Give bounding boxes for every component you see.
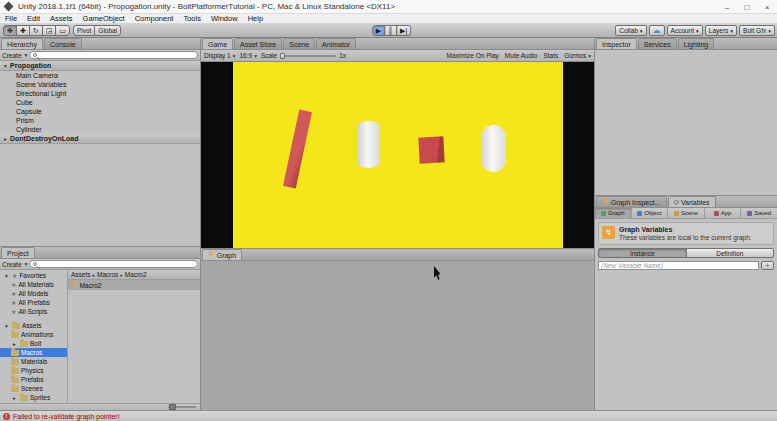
definition-tab[interactable]: Definition [686, 248, 775, 258]
tab-lighting[interactable]: Lighting [678, 38, 715, 49]
folder-animations[interactable]: Animations [0, 330, 67, 339]
folder-sprites[interactable]: ▸Sprites [0, 393, 67, 402]
tab-hierarchy[interactable]: Hierarchy [1, 38, 43, 49]
scope-tab-scene[interactable]: Scene [668, 208, 705, 218]
hierarchy-item-scene-variables[interactable]: Scene Variables [0, 80, 200, 89]
breadcrumb-macros[interactable]: Macros [97, 271, 118, 278]
foldout-closed-icon[interactable]: ▸ [2, 136, 9, 142]
maximize-on-play-toggle[interactable]: Maximize On Play [446, 52, 498, 59]
breadcrumb-assets[interactable]: Assets [71, 271, 91, 278]
maximize-button[interactable]: □ [737, 0, 757, 14]
display-dropdown[interactable]: Display 1▾ [204, 52, 236, 59]
step-button[interactable]: ▶| [396, 25, 411, 36]
folder-scenes[interactable]: Scenes [0, 384, 67, 393]
asset-size-slider[interactable] [168, 406, 196, 408]
assets-root-folder[interactable]: ▾ Assets [0, 321, 67, 330]
collab-button[interactable]: Collab▾ [615, 25, 646, 36]
scope-tab-app[interactable]: App [705, 208, 742, 218]
tab-console[interactable]: Console [44, 38, 82, 49]
menu-edit[interactable]: Edit [22, 14, 45, 24]
instance-tab[interactable]: Instance [598, 248, 687, 258]
scale-icon: ◲ [46, 27, 53, 34]
foldout-open-icon[interactable]: ▾ [3, 273, 10, 279]
create-dropdown[interactable]: Create▾ [2, 52, 27, 59]
scale-slider[interactable] [280, 55, 336, 57]
menu-help[interactable]: Help [243, 14, 268, 24]
aspect-dropdown[interactable]: 16:9▾ [240, 52, 257, 59]
menu-window[interactable]: Window [206, 14, 243, 24]
tab-asset-store[interactable]: Asset Store [234, 38, 282, 49]
hierarchy-search-input[interactable] [39, 52, 194, 59]
project-bottom-bar [0, 403, 200, 410]
gizmos-dropdown[interactable]: Gizmos▾ [564, 52, 591, 59]
move-tool-button[interactable]: ✚ [16, 25, 30, 36]
menu-assets[interactable]: Assets [45, 14, 78, 24]
rect-tool-button[interactable]: ▭ [55, 25, 70, 36]
hierarchy-item-main-camera[interactable]: Main Camera [0, 71, 200, 80]
tab-variables[interactable]: ◇ Variables [668, 196, 716, 207]
scene-header-dontdestroyonload[interactable]: ▸ DontDestroyOnLoad [0, 134, 200, 144]
menu-gameobject[interactable]: GameObject [78, 14, 130, 24]
add-variable-button[interactable]: + [761, 261, 774, 270]
tab-game[interactable]: Game [202, 38, 233, 49]
minimize-button[interactable]: – [717, 0, 737, 14]
menu-tools[interactable]: Tools [178, 14, 206, 24]
game-controls-bar: Display 1▾ 16:9▾ Scale 1x Maximize On Pl… [201, 50, 594, 62]
status-bar[interactable]: ! Failed to re-validate graph pointer! [0, 410, 777, 421]
scale-slider-thumb[interactable] [280, 53, 285, 59]
favorite-all-models[interactable]: ★All Models [0, 289, 67, 298]
global-toggle-button[interactable]: Global [94, 25, 121, 36]
tab-project[interactable]: Project [1, 247, 35, 258]
foldout-closed-icon[interactable]: ▸ [11, 395, 18, 401]
tab-scene[interactable]: Scene [283, 38, 315, 49]
chevron-down-icon: ▾ [696, 28, 699, 34]
pivot-toggle-button[interactable]: Pivot [73, 25, 95, 36]
account-dropdown[interactable]: Account▾ [667, 25, 703, 36]
scene-header-propogation[interactable]: ▾ Propogation [0, 61, 200, 71]
menu-component[interactable]: Component [130, 14, 179, 24]
hierarchy-item-prism[interactable]: Prism [0, 116, 200, 125]
tab-inspector[interactable]: Inspector [596, 38, 637, 49]
foldout-open-icon[interactable]: ▾ [2, 63, 9, 69]
scale-tool-button[interactable]: ◲ [42, 25, 57, 36]
hierarchy-item-cylinder[interactable]: Cylinder [0, 125, 200, 134]
folder-materials[interactable]: Materials [0, 357, 67, 366]
tab-graph-inspector[interactable]: ↯ Graph Inspect... [596, 196, 667, 207]
favorite-all-prefabs[interactable]: ★All Prefabs [0, 298, 67, 307]
project-search-input[interactable] [39, 261, 194, 268]
folder-prefabs[interactable]: Prefabs [0, 375, 67, 384]
mute-audio-toggle[interactable]: Mute Audio [505, 52, 538, 59]
hierarchy-item-cube[interactable]: Cube [0, 98, 200, 107]
menu-file[interactable]: File [0, 14, 22, 24]
favorite-all-scripts[interactable]: ★All Scripts [0, 307, 67, 316]
tab-animator[interactable]: Animator [316, 38, 356, 49]
favorites-header[interactable]: ▾ ★ Favorites [0, 271, 67, 280]
tab-graph[interactable]: ↯ Graph [202, 249, 242, 260]
rotate-tool-button[interactable]: ↻ [29, 25, 43, 36]
play-button[interactable]: ▶ [372, 25, 385, 36]
hierarchy-item-directional-light[interactable]: Directional Light [0, 89, 200, 98]
close-button[interactable]: × [757, 0, 777, 14]
layout-dropdown[interactable]: Bolt Gfx▾ [739, 25, 775, 36]
layers-dropdown[interactable]: Layers▾ [705, 25, 737, 36]
folder-macros[interactable]: Macros [0, 348, 67, 357]
stats-toggle[interactable]: Stats [543, 52, 558, 59]
breadcrumb-macro2[interactable]: Macro2 [125, 271, 147, 278]
graph-canvas[interactable] [201, 261, 594, 410]
asset-item-macro2[interactable]: ↯ Macro2 [68, 280, 200, 290]
scope-tab-graph[interactable]: Graph [595, 208, 632, 218]
foldout-open-icon[interactable]: ▾ [3, 323, 10, 329]
new-variable-input[interactable] [598, 261, 759, 270]
project-create-dropdown[interactable]: Create▾ [2, 261, 27, 268]
scope-tab-saved[interactable]: Saved [741, 208, 777, 218]
folder-physics[interactable]: Physics [0, 366, 67, 375]
hierarchy-item-capsule[interactable]: Capsule [0, 107, 200, 116]
hand-tool-button[interactable]: ✥ [3, 25, 17, 36]
foldout-closed-icon[interactable]: ▸ [11, 341, 18, 347]
folder-bolt[interactable]: ▸Bolt [0, 339, 67, 348]
tab-services[interactable]: Services [638, 38, 677, 49]
star-icon: ★ [11, 299, 16, 306]
scope-tab-object[interactable]: Object [632, 208, 669, 218]
favorite-all-materials[interactable]: ★All Materials [0, 280, 67, 289]
cloud-services-button[interactable]: ☁ [649, 25, 665, 36]
